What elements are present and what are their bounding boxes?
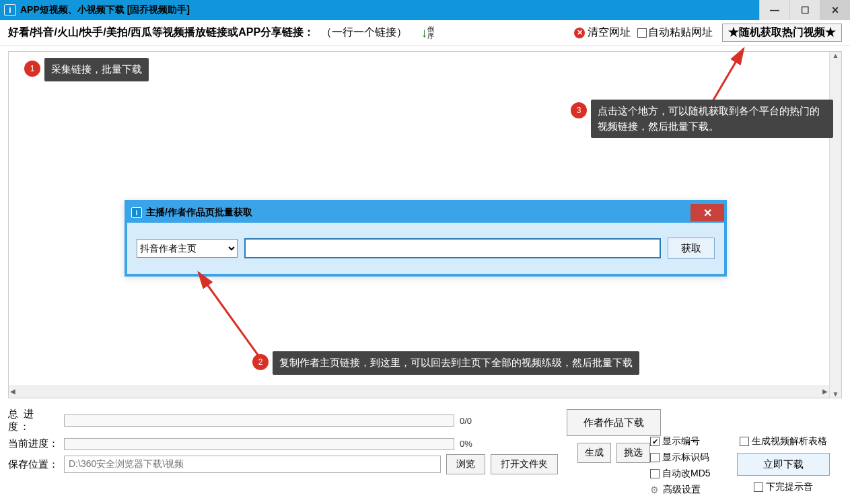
annotation-badge: 1 (24, 61, 40, 77)
close-button[interactable]: × (820, 0, 850, 20)
annotation-bubble: 复制作者主页链接，到这里，可以回去到主页下全部的视频练级，然后批量下载 (273, 351, 639, 375)
total-progress-value: 0/0 (460, 416, 472, 426)
annotation-bubble: 点击这个地方，可以随机获取到各个平台的热门的视频链接，然后批量下载。 (591, 100, 833, 138)
auto-paste-label: 自动粘贴网址 (648, 26, 713, 40)
minimize-button[interactable]: — (759, 0, 789, 20)
title-bar: i APP短视频、小视频下载 [固乔视频助手] — ☐ × (0, 0, 850, 20)
checkbox-icon (650, 453, 660, 462)
current-progress-bar (64, 438, 454, 450)
show-index-checkbox[interactable]: 显示编号 (650, 435, 724, 447)
annotation-bubble: 采集链接，批量下载 (44, 58, 149, 81)
dialog-titlebar: i 主播/作者作品页批量获取 ✕ (127, 203, 724, 223)
auto-paste-checkbox[interactable]: 自动粘贴网址 (637, 26, 713, 40)
random-hot-video-button[interactable]: ★随机获取热门视频★ (722, 24, 842, 42)
open-folder-button[interactable]: 打开文件夹 (491, 454, 558, 474)
clear-label: 清空网址 (588, 26, 631, 40)
pick-button[interactable]: 挑选 (616, 443, 650, 463)
browse-button[interactable]: 浏览 (446, 454, 485, 474)
done-sound-checkbox[interactable]: 下完提示音 (754, 481, 813, 493)
annotation-1: 1 采集链接，批量下载 (24, 58, 149, 81)
checkbox-icon (637, 28, 647, 38)
maximize-button[interactable]: ☐ (789, 0, 820, 20)
window-title: APP短视频、小视频下载 [固乔视频助手] (20, 4, 759, 16)
author-download-button[interactable]: 作者作品下载 (567, 409, 661, 436)
dialog-body: 抖音作者主页 获取 (127, 223, 724, 274)
sort-label: 倒序 (427, 26, 434, 40)
annotation-3: 3 点击这个地方，可以随机获取到各个平台的热门的视频链接，然后批量下载。 (571, 100, 833, 138)
clear-url-button[interactable]: ✕ 清空网址 (574, 26, 631, 40)
dialog-close-button[interactable]: ✕ (690, 204, 724, 221)
app-icon: i (4, 4, 16, 16)
total-progress-row: 总 进 度： 0/0 (8, 408, 567, 433)
clear-x-icon: ✕ (574, 28, 585, 38)
options-panel: 显示编号 显示标识码 自动改MD5 ⚙高级设置 生成视频解析表格 立即下载 下完… (650, 435, 842, 496)
window-controls: — ☐ × (759, 0, 850, 20)
platform-select[interactable]: 抖音作者主页 (137, 239, 238, 258)
gen-table-checkbox[interactable]: 生成视频解析表格 (740, 435, 827, 447)
download-now-button[interactable]: 立即下载 (737, 453, 830, 476)
save-path-row: 保存位置： 浏览 打开文件夹 (8, 454, 567, 474)
show-id-checkbox[interactable]: 显示标识码 (650, 452, 724, 464)
fetch-button[interactable]: 获取 (668, 238, 715, 259)
author-url-input[interactable] (244, 238, 661, 258)
sort-button[interactable]: ↓ 倒序 (421, 25, 434, 40)
advanced-settings-link[interactable]: ⚙高级设置 (650, 484, 724, 496)
annotation-2: 2 复制作者主页链接，到这里，可以回去到主页下全部的视频练级，然后批量下载 (252, 351, 639, 375)
current-progress-value: 0% (460, 439, 472, 449)
hint-text: （一行一个链接） (321, 26, 407, 40)
checkbox-icon (650, 469, 660, 478)
current-progress-label: 当前进度： (8, 437, 59, 450)
gear-icon: ⚙ (650, 484, 659, 495)
annotation-badge: 3 (571, 102, 587, 118)
total-progress-bar (64, 415, 454, 427)
checkbox-icon (754, 482, 763, 492)
save-path-label: 保存位置： (8, 458, 59, 471)
toolbar: 好看/抖音/火山/快手/美拍/西瓜等视频播放链接或APP分享链接： （一行一个链… (0, 20, 850, 46)
generate-button[interactable]: 生成 (577, 443, 611, 463)
horizontal-scrollbar[interactable] (9, 386, 829, 398)
instruction-text: 好看/抖音/火山/快手/美拍/西瓜等视频播放链接或APP分享链接： (8, 26, 314, 40)
checkbox-icon (650, 437, 660, 446)
annotation-badge: 2 (252, 354, 269, 370)
auto-md5-checkbox[interactable]: 自动改MD5 (650, 468, 724, 480)
dialog-title: 主播/作者作品页批量获取 (146, 207, 690, 219)
dialog-app-icon: i (131, 207, 142, 218)
sort-arrow-icon: ↓ (421, 25, 427, 40)
current-progress-row: 当前进度： 0% (8, 437, 567, 450)
total-progress-label: 总 进 度： (8, 408, 59, 433)
author-batch-dialog: i 主播/作者作品页批量获取 ✕ 抖音作者主页 获取 (125, 200, 727, 277)
checkbox-icon (740, 437, 749, 446)
save-path-input[interactable] (64, 456, 441, 473)
